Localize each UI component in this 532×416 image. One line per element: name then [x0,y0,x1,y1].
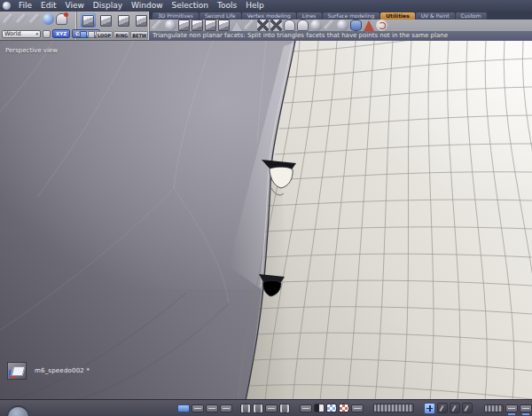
utilities-icon-row [152,20,532,31]
main-toolbar: World ▾ XYZ CAMERA LOOPRINGBETW 3D Primi… [0,12,532,41]
view-switch-group-button[interactable] [177,404,190,412]
snap-settings-group [484,404,532,412]
shading-group-button[interactable] [326,404,337,412]
orient-arrow-icon[interactable] [324,20,335,31]
figure-tool-icon[interactable] [244,20,255,31]
modifier-betw-button[interactable]: BETW [130,31,148,38]
tab-vertex-modeling[interactable]: Vertex modeling [242,12,296,20]
shading-group-button[interactable] [339,404,349,412]
snap-settings-group-button[interactable] [505,404,518,412]
object-mode-icon [136,15,147,27]
manipulator-group [424,403,473,414]
shading-group-button[interactable] [351,404,364,412]
manipulator-group-button[interactable] [424,403,435,414]
faces-mode-icon [118,15,129,27]
snap-settings-group-button[interactable] [484,404,504,412]
manipulator-group-button[interactable] [437,403,448,413]
modifier-ring-button[interactable]: RING [113,31,129,38]
points-mode-icon-wrap[interactable] [81,13,96,27]
tab-uv-paint[interactable]: UV & Paint [416,12,455,20]
bottom-toolbar [0,399,532,416]
ribbon-tabs: 3D PrimitivesSecond LifeVertex modelingL… [149,12,532,20]
view-switch-group-button[interactable] [206,404,218,412]
scissors-detach-icon[interactable] [270,20,282,31]
application-window: FileEditViewDisplayWindowSelectionToolsH… [0,0,532,416]
tool-panel: World ▾ XYZ CAMERA [0,12,77,40]
view-switch-group-button[interactable] [192,404,204,412]
shading-group-button[interactable] [300,404,312,412]
pane-layout-group-button[interactable] [265,404,278,412]
axis-xyz-badge[interactable]: XYZ [52,29,70,38]
context-toolbar: 3D PrimitivesSecond LifeVertex modelingL… [149,12,532,41]
lasso-select-icon[interactable] [29,13,41,25]
zoom-ruler-group-button[interactable] [373,404,414,412]
frame-space-mini-button[interactable] [43,30,51,38]
viewport-3d[interactable]: Perspective view m6_speedo002 * [0,41,532,399]
app-logo-icon [3,2,11,10]
chevron-down-icon: ▾ [35,31,38,36]
manipulator-group-button[interactable] [462,403,473,413]
shading-group [300,404,364,412]
menu-item-help[interactable]: Help [241,0,269,12]
tab-surface-modeling[interactable]: Surface modeling [323,12,380,20]
points-mode-icon [82,15,94,27]
weld-iron-icon[interactable] [284,20,295,31]
triangulate-icon[interactable] [231,20,242,31]
pick-tool-icon[interactable] [3,13,14,25]
tab-3d-primitives[interactable]: 3D Primitives [153,12,199,20]
ghost-manipulator-icon[interactable] [56,13,67,25]
tab-lines[interactable]: Lines [297,12,322,20]
smooth-sphere-icon[interactable] [165,20,176,31]
scissors-cut-icon[interactable] [257,20,269,31]
object-mode-icon-wrap[interactable] [134,13,149,27]
small-sphere-icon[interactable] [337,20,348,31]
status-tooltip-bar: Triangulate non planar facets: Split int… [149,31,532,41]
pane-layout-group-button[interactable] [253,404,263,413]
cube-tessellate-icon[interactable] [192,20,203,31]
view-switch-group-button[interactable] [220,404,232,412]
menu-item-edit[interactable]: Edit [36,0,60,12]
modifier-loop-button[interactable]: LOOP [96,31,113,38]
edges-mode-icon [100,15,112,27]
sphere-clock-icon[interactable] [310,20,322,31]
bend-tool-icon[interactable] [152,20,163,31]
zoom-ruler-group [373,404,414,412]
swirl-badge-icon[interactable] [376,20,387,31]
pyramid-red-icon[interactable] [364,20,374,31]
pane-layout-group-button[interactable] [279,404,290,413]
cube-subdivide-icon[interactable] [178,20,190,31]
snap-settings-group-button[interactable] [520,404,532,412]
menu-item-display[interactable]: Display [89,0,127,12]
menu-item-window[interactable]: Window [127,0,168,12]
menu-item-tools[interactable]: Tools [213,0,241,12]
pane-layout-group-button[interactable] [240,404,251,413]
pane-layout-group [240,404,290,413]
rect-select-icon[interactable] [88,31,95,38]
menu-item-selection[interactable]: Selection [168,0,213,12]
cube-split-icon[interactable] [218,20,230,31]
selection-mode-panel: LOOPRINGBETW [77,12,150,40]
tab-custom[interactable]: Custom [456,12,487,20]
cube-arrows-icon[interactable] [205,20,216,31]
faces-mode-icon-wrap[interactable] [116,13,131,27]
pen-select-icon[interactable] [80,31,87,38]
view-switch-group [177,404,232,412]
scene-object-name: m6_speedo002 * [35,367,90,374]
menu-item-view[interactable]: View [61,0,89,12]
rotate-tool-icon[interactable] [16,13,27,25]
frame-space-value: World [4,30,21,37]
menu-item-file[interactable]: File [14,0,36,12]
scene-object-item[interactable]: m6_speedo002 * [7,362,90,380]
lock-mesh-icon[interactable] [297,20,309,31]
cylinder-blue-icon[interactable] [350,20,362,31]
edges-mode-icon-wrap[interactable] [98,13,113,27]
scene-object-thumbnail-icon [7,362,27,380]
sphere-tool-icon[interactable] [43,13,54,25]
manipulator-group-button[interactable] [450,403,460,413]
tab-second-life[interactable]: Second Life [200,12,241,20]
viewport-label: Perspective view [5,47,58,54]
shading-group-button[interactable] [314,404,325,412]
viewport-canvas[interactable] [0,41,532,399]
frame-space-dropdown[interactable]: World ▾ [2,30,41,38]
tab-utilities[interactable]: Utilities [380,12,414,20]
